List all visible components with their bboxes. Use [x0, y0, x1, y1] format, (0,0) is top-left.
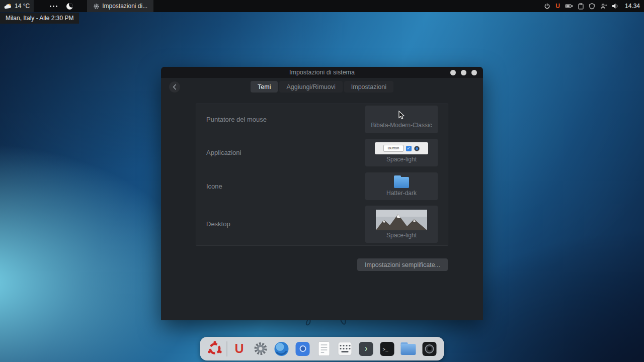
simplified-settings-button[interactable]: Impostazioni semplificate...: [357, 258, 448, 271]
dot-icon: [50, 6, 51, 7]
tab-aggiungi-rimuovi[interactable]: Aggiungi/Rimuovi: [279, 81, 342, 93]
moon-icon: [66, 3, 73, 10]
dock: U: [200, 337, 444, 360]
dock-console-icon[interactable]: ❯: [357, 340, 375, 358]
user-switch-icon[interactable]: [600, 3, 607, 10]
power-icon[interactable]: [544, 3, 550, 10]
night-light-button[interactable]: [62, 0, 77, 12]
dock-separator: [227, 341, 227, 356]
top-panel: 14 °C Impostazioni di... U: [0, 0, 644, 12]
window-minimize-button[interactable]: [450, 70, 456, 75]
cursor-theme-tile[interactable]: Bibata-Modern-Classic: [365, 106, 438, 133]
window-maximize-button[interactable]: [461, 70, 466, 75]
weather-temp: 14 °C: [15, 3, 30, 10]
settings-window: Impostazioni di sistema Temi Aggiungi/Ri…: [161, 67, 483, 320]
application-theme-tile[interactable]: Button ✓ Space-light: [365, 139, 438, 166]
setting-row-icons: Icone Hatter-dark: [206, 172, 438, 200]
dock-terminal-icon[interactable]: >_: [378, 340, 396, 358]
dock-web-browser-icon[interactable]: [273, 340, 291, 358]
dot-icon: [56, 6, 57, 7]
chevron-left-icon: [173, 84, 177, 90]
row-label-desktop: Desktop: [206, 220, 230, 228]
cursor-theme-name: Bibata-Modern-Classic: [371, 122, 432, 129]
dock-keyboard-icon[interactable]: [336, 340, 354, 358]
volume-icon[interactable]: [612, 3, 619, 9]
dot-icon: [53, 6, 54, 7]
row-label-applications: Applicazioni: [206, 149, 241, 156]
setting-row-desktop: Desktop Space-light: [206, 206, 438, 243]
preview-checkbox-icon: ✓: [406, 146, 412, 151]
setting-row-cursor: Puntatore del mouse Bibata-Modern-Classi…: [206, 106, 438, 133]
tab-impostazioni[interactable]: Impostazioni: [344, 81, 393, 93]
weather-icon: [4, 3, 12, 10]
dock-software-icon[interactable]: [294, 340, 312, 358]
cursor-arrow-icon: [398, 111, 405, 120]
dock-ubuntu-logo-icon[interactable]: [206, 340, 224, 358]
preview-button: Button: [383, 145, 403, 152]
preview-radio-icon: [414, 146, 420, 151]
window-controls: [450, 67, 477, 78]
settings-app-icon: [93, 3, 100, 10]
window-titlebar[interactable]: Impostazioni di sistema: [161, 67, 483, 78]
icon-theme-tile[interactable]: Hatter-dark: [365, 172, 438, 200]
top-panel-right: U 14.34: [544, 0, 644, 12]
desktop: 14 °C Impostazioni di... U: [0, 0, 644, 362]
dock-unity-u-icon[interactable]: U: [230, 340, 249, 358]
clipboard-icon[interactable]: [578, 3, 584, 10]
panel-overflow-button[interactable]: [46, 0, 61, 12]
widget-preview: Button ✓: [375, 142, 428, 154]
window-toolbar: Temi Aggiungi/Rimuovi Impostazioni: [161, 81, 483, 94]
application-theme-name: Space-light: [386, 156, 417, 163]
vpn-shield-icon[interactable]: [589, 3, 595, 10]
setting-row-applications: Applicazioni Button ✓ Space-light: [206, 139, 438, 166]
dock-screenshot-tool-icon[interactable]: [421, 340, 439, 358]
desktop-theme-name: Space-light: [386, 232, 417, 239]
battery-icon[interactable]: [565, 3, 573, 9]
row-label-cursor: Puntatore del mouse: [206, 116, 267, 123]
tab-temi[interactable]: Temi: [251, 81, 278, 93]
clock[interactable]: 14.34: [625, 3, 640, 10]
row-label-icons: Icone: [206, 183, 222, 190]
dock-files-folder-icon[interactable]: [399, 340, 418, 358]
desktop-wallpaper-tile[interactable]: Space-light: [365, 206, 438, 243]
weather-tooltip: Milan, Italy - Alle 2:30 PM: [0, 13, 79, 24]
back-button[interactable]: [169, 81, 180, 93]
themes-panel: Puntatore del mouse Bibata-Modern-Classi…: [196, 104, 448, 246]
folder-icon: [394, 175, 409, 188]
dock-text-editor-icon[interactable]: [315, 340, 333, 358]
taskbar-window-label: Impostazioni di...: [102, 3, 147, 10]
wallpaper-thumbnail: [376, 210, 427, 230]
taskbar-window-button[interactable]: Impostazioni di...: [87, 0, 153, 12]
unity-indicator-icon[interactable]: U: [555, 3, 560, 10]
tab-bar: Temi Aggiungi/Rimuovi Impostazioni: [161, 81, 483, 93]
window-title: Impostazioni di sistema: [289, 69, 355, 76]
top-panel-left: 14 °C Impostazioni di...: [0, 0, 153, 12]
weather-applet[interactable]: 14 °C: [0, 0, 34, 12]
dock-settings-gear-icon[interactable]: [252, 340, 270, 358]
window-close-button[interactable]: [471, 70, 477, 75]
icon-theme-name: Hatter-dark: [386, 190, 417, 197]
